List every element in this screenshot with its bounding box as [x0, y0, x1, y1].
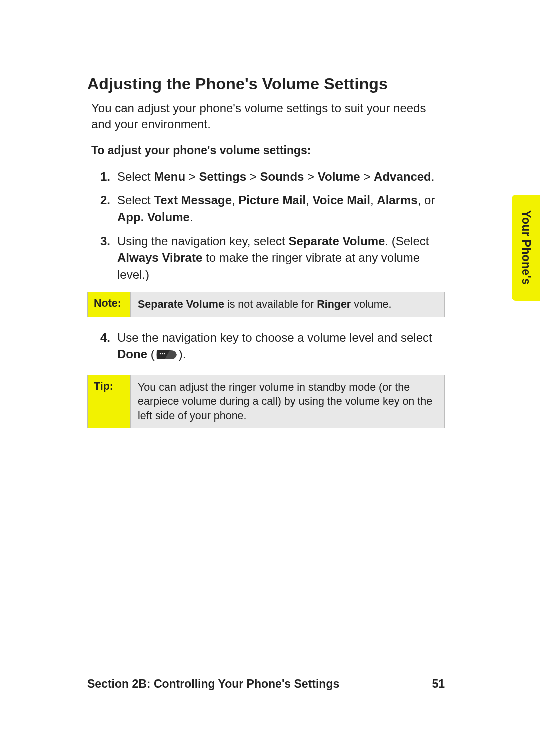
- tip-label: Tip:: [88, 376, 131, 428]
- menu-path-menu: Menu: [154, 170, 186, 184]
- step-2: Select Text Message, Picture Mail, Voice…: [110, 192, 445, 226]
- procedure-heading: To adjust your phone's volume settings:: [92, 144, 445, 158]
- term-done: Done: [118, 348, 148, 361]
- step-text: Select: [118, 194, 154, 207]
- step-text: Using the navigation key, select: [118, 234, 288, 248]
- procedure-steps-continued: Use the navigation key to choose a volum…: [88, 330, 445, 365]
- step-3: Using the navigation key, select Separat…: [110, 233, 445, 284]
- step-1: Select Menu > Settings > Sounds > Volume…: [110, 168, 445, 186]
- page-title: Adjusting the Phone's Volume Settings: [88, 75, 445, 94]
- svg-point-0: [160, 354, 160, 354]
- tip-callout: Tip: You can adjust the ringer volume in…: [88, 375, 445, 428]
- note-body: Separate Volume is not available for Rin…: [131, 292, 444, 316]
- procedure-steps: Select Menu > Settings > Sounds > Volume…: [88, 168, 445, 284]
- manual-page: Adjusting the Phone's Volume Settings Yo…: [0, 0, 540, 756]
- menu-path-sounds: Sounds: [260, 170, 304, 184]
- section-side-tab: Your Phone's: [512, 195, 540, 301]
- opt-alarms: Alarms: [377, 194, 418, 207]
- note-term-separate-volume: Separate Volume: [138, 298, 224, 310]
- svg-point-1: [162, 354, 162, 354]
- tip-body: You can adjust the ringer volume in stan…: [131, 376, 444, 428]
- menu-path-settings: Settings: [199, 170, 246, 184]
- page-footer: Section 2B: Controlling Your Phone's Set…: [88, 678, 445, 691]
- side-tab-label: Your Phone's: [520, 210, 533, 285]
- menu-path-advanced: Advanced: [374, 170, 432, 184]
- softkey-icon: [156, 348, 178, 365]
- opt-picture-mail: Picture Mail: [238, 194, 306, 207]
- step-text: Use the navigation key to choose a volum…: [118, 331, 432, 344]
- menu-path-volume: Volume: [318, 170, 360, 184]
- step-4: Use the navigation key to choose a volum…: [110, 330, 445, 365]
- footer-section: Section 2B: Controlling Your Phone's Set…: [88, 678, 340, 691]
- note-label: Note:: [88, 292, 131, 316]
- svg-point-2: [164, 354, 164, 354]
- opt-app-volume: App. Volume: [118, 210, 190, 224]
- step-text: Select: [118, 170, 154, 184]
- note-term-ringer: Ringer: [317, 298, 351, 310]
- opt-text-message: Text Message: [154, 194, 232, 207]
- opt-voice-mail: Voice Mail: [312, 194, 370, 207]
- footer-page-number: 51: [432, 678, 445, 691]
- term-separate-volume: Separate Volume: [288, 234, 385, 248]
- intro-paragraph: You can adjust your phone's volume setti…: [92, 100, 445, 133]
- term-always-vibrate: Always Vibrate: [118, 251, 202, 264]
- note-callout: Note: Separate Volume is not available f…: [88, 292, 445, 317]
